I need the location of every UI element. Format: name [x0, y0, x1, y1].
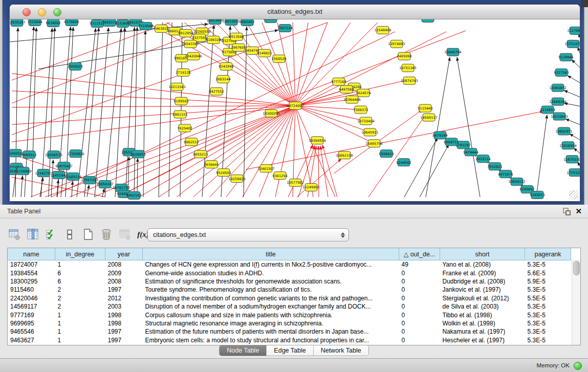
- graph-node[interactable]: 8913546: [229, 33, 244, 40]
- graph-node[interactable]: 11249802: [302, 184, 320, 191]
- table-cell[interactable]: Disruption of a novel member of a sodium…: [143, 302, 399, 311]
- table-cell[interactable]: 9699695: [8, 319, 55, 327]
- float-panel-icon[interactable]: [563, 208, 571, 215]
- column-header-in-degree[interactable]: in_degree: [55, 248, 105, 260]
- graph-node[interactable]: 8452102: [126, 192, 141, 200]
- graph-node[interactable]: 20364486: [343, 96, 361, 103]
- table-cell[interactable]: 9777169: [8, 311, 55, 319]
- graph-node[interactable]: 15692971: [555, 127, 573, 135]
- graph-node[interactable]: 19384554: [309, 137, 326, 144]
- table-cell[interactable]: 6: [55, 269, 105, 277]
- table-cell[interactable]: 1: [55, 336, 105, 344]
- table-row[interactable]: 1938455462009Genome-wide association stu…: [8, 269, 571, 277]
- table-cell[interactable]: 5.3E-5: [525, 319, 571, 327]
- table-cell[interactable]: 1997: [105, 327, 143, 336]
- graph-node[interactable]: 8471676: [498, 170, 513, 178]
- table-cell[interactable]: Corpus callosum shape and size in male p…: [143, 311, 399, 319]
- table-cell[interactable]: Changes of HCN gene expression and I(f) …: [143, 260, 399, 269]
- graph-node[interactable]: 2055028: [68, 62, 82, 70]
- table-cell[interactable]: 5.3E-5: [525, 327, 571, 336]
- graph-node[interactable]: 20206576: [45, 151, 62, 159]
- graph-node[interactable]: 9862512: [184, 138, 199, 146]
- graph-node[interactable]: 7463822: [154, 25, 168, 32]
- row-boxes-icon[interactable]: [62, 228, 76, 242]
- select-all-checks-icon[interactable]: [44, 228, 58, 242]
- graph-node[interactable]: 10535287: [10, 19, 26, 26]
- table-cell[interactable]: 9465546: [8, 327, 55, 336]
- graph-node[interactable]: 15751074: [564, 40, 580, 48]
- graph-node[interactable]: 9474444: [463, 148, 478, 156]
- table-cell[interactable]: 9463627: [8, 336, 55, 344]
- table-cell[interactable]: 14569117: [8, 302, 55, 311]
- graph-node[interactable]: 10259820: [228, 175, 246, 183]
- tab-network-table[interactable]: Network Table: [314, 345, 368, 356]
- table-row[interactable]: 911546021997Tourette syndrome. Phenomeno…: [8, 286, 571, 294]
- table-cell[interactable]: 2: [55, 294, 105, 302]
- table-cell[interactable]: 22420046: [8, 294, 55, 302]
- table-cell[interactable]: 1: [55, 260, 105, 269]
- table-cell[interactable]: 1997: [105, 286, 143, 294]
- table-cell[interactable]: 1997: [105, 336, 143, 344]
- graph-node[interactable]: 9361254: [272, 172, 287, 180]
- table-cell[interactable]: Jankovic et al. (1997): [440, 286, 525, 294]
- graph-node[interactable]: 10654112: [508, 178, 526, 186]
- graph-node[interactable]: 12481507: [257, 165, 275, 172]
- table-cell[interactable]: 5.9E-5: [525, 277, 571, 286]
- table-cell[interactable]: Tibbo et al. (1998): [440, 311, 525, 319]
- table-cell[interactable]: 1: [55, 311, 105, 319]
- tab-edge-table[interactable]: Edge Table: [267, 345, 313, 356]
- table-cell[interactable]: 2: [55, 286, 105, 294]
- graph-node[interactable]: 9129946: [558, 53, 573, 61]
- graph-node[interactable]: 8813054: [263, 19, 278, 23]
- graph-node[interactable]: 2626053: [130, 150, 145, 158]
- table-cell[interactable]: 5.3E-5: [525, 302, 571, 311]
- graph-node[interactable]: 10577902: [287, 179, 304, 187]
- column-header-out-de-[interactable]: △ out_de...: [399, 248, 440, 260]
- table-cell[interactable]: 0: [399, 311, 440, 319]
- graph-node[interactable]: 17016504: [559, 142, 577, 149]
- graph-node[interactable]: 8427552: [209, 87, 224, 95]
- graph-node[interactable]: 18300295: [263, 110, 280, 117]
- graph-node[interactable]: 12505135: [64, 173, 82, 181]
- graph-node[interactable]: 12342757: [35, 169, 52, 177]
- table-cell[interactable]: 18300295: [8, 277, 55, 286]
- graph-node[interactable]: 16543382: [182, 40, 199, 48]
- graph-node[interactable]: 11170900: [567, 27, 580, 34]
- table-cell[interactable]: 0: [399, 277, 440, 286]
- graph-node[interactable]: 18724007: [287, 102, 304, 110]
- graph-node[interactable]: 2933114: [475, 155, 490, 163]
- table-row[interactable]: 969969511998Structural magnetic resonanc…: [8, 319, 571, 327]
- graph-node[interactable]: 7625402: [177, 124, 192, 132]
- graph-node[interactable]: 90975487: [55, 162, 73, 170]
- graph-node[interactable]: 7587224: [277, 24, 292, 32]
- network-canvas[interactable]: 1872400718300295193845547463822866012389…: [10, 19, 580, 201]
- graph-node[interactable]: 8655213: [193, 150, 208, 158]
- graph-node[interactable]: 9199583: [173, 97, 188, 105]
- graph-node[interactable]: 8912954: [178, 29, 193, 37]
- table-row[interactable]: 946362711997Embryonic stem cells: a mode…: [8, 336, 571, 344]
- graph-node[interactable]: 7685372: [102, 19, 117, 26]
- graph-node[interactable]: 2803144: [215, 75, 230, 83]
- graph-node[interactable]: 7636441: [204, 161, 219, 168]
- table-cell[interactable]: 1998: [105, 319, 143, 327]
- table-scrollbar[interactable]: [572, 259, 580, 345]
- table-cell[interactable]: 0: [399, 294, 440, 302]
- table-cell[interactable]: 5.3E-5: [525, 260, 571, 269]
- graph-node[interactable]: 16033810: [223, 19, 240, 25]
- graph-node[interactable]: 8186328: [206, 36, 221, 43]
- graph-node[interactable]: 9242848: [219, 62, 233, 70]
- table-cell[interactable]: 0: [399, 286, 440, 294]
- table-cell[interactable]: 1998: [105, 311, 143, 319]
- graph-node[interactable]: 2867608: [231, 43, 246, 51]
- table-cell[interactable]: 2008: [105, 260, 143, 269]
- table-cell[interactable]: Wolkin et al. (1998): [440, 319, 525, 327]
- new-file-icon[interactable]: [81, 228, 95, 242]
- graph-node[interactable]: 12213343: [168, 83, 186, 91]
- table-cell[interactable]: Embryonic stem cells: a model to study s…: [143, 336, 399, 344]
- graph-node[interactable]: 2861321: [172, 111, 187, 118]
- table-row[interactable]: 1830029562008Estimation of significance …: [8, 277, 571, 286]
- table-cell[interactable]: 5.3E-5: [525, 286, 571, 294]
- table-cell[interactable]: Structural magnetic resonance image aver…: [143, 319, 399, 327]
- graph-node[interactable]: 16210643: [551, 113, 568, 120]
- table-cell[interactable]: 9115460: [8, 286, 55, 294]
